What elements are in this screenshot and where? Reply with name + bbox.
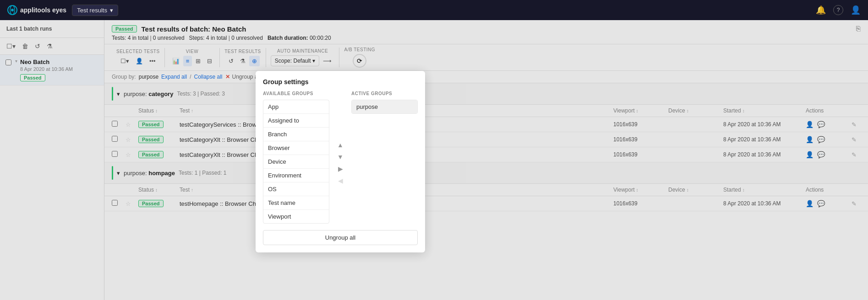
available-groups-label: AVAILABLE GROUPS	[263, 91, 329, 96]
group-item-app[interactable]: App	[263, 100, 329, 114]
popup-arrows: ▲ ▼ ▶ ◀	[335, 91, 346, 224]
active-group-purpose[interactable]: purpose	[352, 100, 417, 113]
group-item-testname[interactable]: Test name	[263, 196, 329, 210]
group-settings-popup: Group settings AVAILABLE GROUPS App Assi…	[256, 71, 425, 252]
popup-columns: AVAILABLE GROUPS App Assigned to Branch …	[263, 91, 418, 224]
active-groups-list: purpose	[351, 100, 418, 114]
active-groups-col: ACTIVE GROUPS purpose	[351, 91, 418, 224]
group-item-environment[interactable]: Environment	[263, 169, 329, 182]
group-item-os[interactable]: OS	[263, 182, 329, 196]
move-up-button[interactable]: ▲	[336, 140, 344, 150]
available-groups-list: App Assigned to Branch Browser Device En…	[263, 100, 329, 224]
group-item-viewport[interactable]: Viewport	[263, 210, 329, 223]
active-groups-label: ACTIVE GROUPS	[351, 91, 418, 96]
group-item-device[interactable]: Device	[263, 155, 329, 169]
available-groups-col: AVAILABLE GROUPS App Assigned to Branch …	[263, 91, 329, 224]
group-item-assigned[interactable]: Assigned to	[263, 114, 329, 128]
popup-footer: Ungroup all	[263, 230, 418, 245]
move-down-button[interactable]: ▼	[336, 152, 344, 161]
move-left-button[interactable]: ◀	[337, 176, 344, 185]
move-right-button[interactable]: ▶	[337, 164, 344, 173]
popup-ungroup-all-button[interactable]: Ungroup all	[263, 230, 418, 245]
group-item-browser[interactable]: Browser	[263, 141, 329, 155]
popup-title: Group settings	[263, 78, 418, 86]
modal-overlay[interactable]	[0, 0, 868, 300]
group-item-branch[interactable]: Branch	[263, 128, 329, 141]
